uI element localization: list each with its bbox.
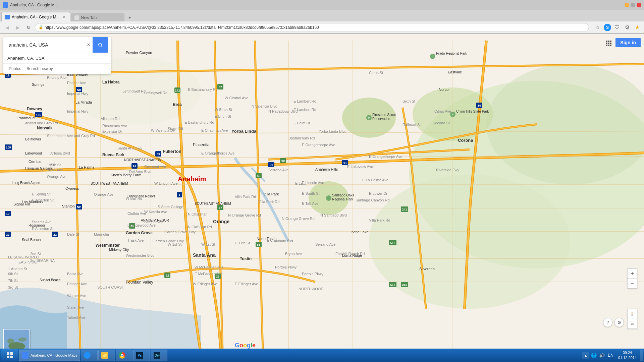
svg-text:N Valencia Blvd: N Valencia Blvd [252, 104, 277, 108]
svg-text:E Chapman Ave: E Chapman Ave [201, 128, 228, 132]
svg-text:7th St: 7th St [8, 279, 18, 283]
taskbar-ie-btn[interactable] [81, 350, 98, 361]
svg-text:Second St: Second St [433, 121, 450, 125]
svg-text:W Lincoln Ave: W Lincoln Ave [154, 181, 178, 185]
svg-text:Foothill Ranch Rd: Foothill Ranch Rd [335, 252, 365, 256]
svg-text:NORTHWEST ANAHEIM: NORTHWEST ANAHEIM [124, 158, 162, 162]
svg-rect-244 [606, 41, 607, 42]
inactive-tab[interactable]: New Tab [71, 13, 124, 21]
tools-icon[interactable]: ⚙ [623, 23, 631, 32]
svg-text:91: 91 [133, 165, 136, 168]
svg-text:Silverado: Silverado [419, 267, 435, 271]
svg-text:W Birch St: W Birch St [215, 108, 232, 112]
taskbar-active-app[interactable]: Anaheim, CA - Google Maps [19, 350, 80, 361]
svg-text:518: 518 [390, 283, 395, 287]
svg-text:518: 518 [390, 241, 395, 245]
svg-text:E Spring St: E Spring St [32, 192, 51, 196]
close-btn[interactable] [637, 3, 641, 7]
title-bar: Anaheim, CA - Google M... [0, 0, 644, 10]
svg-text:57: 57 [219, 206, 222, 209]
new-tab-btn[interactable]: + [126, 13, 134, 21]
svg-text:Santa Ana: Santa Ana [193, 252, 216, 258]
svg-text:Alicante Rd: Alicante Rd [101, 117, 119, 121]
svg-text:SOUTH COAST: SOUTH COAST [97, 285, 124, 289]
tray-show-desktop-icon[interactable] [640, 350, 643, 361]
svg-text:90: 90 [281, 159, 285, 163]
tray-volume-icon[interactable]: 🔊 [598, 352, 605, 359]
minimize-btn[interactable] [625, 3, 629, 7]
refresh-btn[interactable]: ↻ [24, 23, 33, 32]
svg-text:Stanton: Stanton [62, 204, 75, 208]
tray-network-icon[interactable]: 🌐 [590, 352, 597, 359]
svg-text:Edinger Ave: Edinger Ave [67, 282, 87, 286]
help-btn[interactable]: ? [603, 318, 612, 327]
svg-text:Downey: Downey [27, 107, 42, 111]
svg-text:W Central Ave: W Central Ave [225, 96, 248, 100]
svg-text:Shoemaker Ave and Gray Rd: Shoemaker Ave and Gray Rd [47, 134, 95, 138]
layers-btn[interactable]: ⧉ [627, 319, 637, 329]
back-btn[interactable]: ◀ [3, 23, 11, 32]
taskbar-dw-btn[interactable]: Dw [151, 350, 167, 361]
new-tab-icon [74, 15, 79, 20]
taskbar-ps-btn[interactable]: Ps [133, 350, 150, 361]
skype-icon[interactable]: S [604, 24, 611, 31]
svg-text:Sunset Beach: Sunset Beach [40, 278, 60, 282]
extension-icon[interactable]: ★ [633, 23, 641, 32]
svg-point-2 [369, 175, 570, 309]
tab-close-btn[interactable]: × [62, 15, 66, 19]
bookmark-star-icon[interactable]: ☆ [594, 23, 602, 32]
svg-text:P: P [452, 113, 453, 116]
active-tab[interactable]: Anaheim, CA - Google M... × [1, 12, 70, 21]
start-btn[interactable] [1, 349, 18, 361]
svg-text:Lampoc Ave: Lampoc Ave [144, 220, 164, 224]
browser-icon [3, 2, 8, 8]
taskbar-explorer-btn[interactable]: 📁 [98, 350, 115, 361]
chrome-icon [119, 352, 125, 359]
svg-text:Garden Grove: Garden Grove [126, 231, 153, 235]
svg-text:55: 55 [257, 243, 260, 246]
map-container[interactable]: Downey Norwalk Lakewood Paramount Bellfl… [0, 34, 644, 362]
svg-text:Eastvale: Eastvale [448, 70, 462, 74]
svg-text:Santiago Oaks: Santiago Oaks [332, 193, 354, 197]
svg-text:E Chapman Ave: E Chapman Ave [267, 238, 293, 242]
svg-text:3rd St: 3rd St [8, 285, 18, 289]
search-input[interactable] [6, 42, 85, 48]
grid-apps-btn[interactable] [603, 38, 614, 49]
zoom-out-btn[interactable]: − [627, 279, 637, 289]
svg-text:E Orangethorpe Ave: E Orangethorpe Ave [201, 151, 234, 155]
tray-notification-area[interactable]: ▲ [582, 352, 589, 359]
search-icon [97, 42, 103, 48]
pegman-btn[interactable]: 🚶 [627, 309, 637, 319]
svg-text:Reservation: Reservation [372, 117, 390, 121]
address-bar[interactable]: 🔒 https://www.google.com/maps/place/Anah… [35, 23, 589, 32]
svg-text:Villa Park: Villa Park [263, 192, 279, 196]
svg-text:Artesia Blvd: Artesia Blvd [50, 151, 70, 155]
svg-text:Talbert Ave: Talbert Ave [67, 315, 85, 319]
tray-datetime[interactable]: 09:24 01.12.2014 [616, 350, 639, 361]
taskbar-chrome-btn[interactable] [116, 350, 132, 361]
security-shield-icon[interactable]: 🛡 [613, 23, 621, 32]
maximize-btn[interactable] [631, 3, 635, 7]
zoom-in-btn[interactable]: + [627, 268, 637, 279]
svg-text:Serrano Ave: Serrano Ave [268, 168, 288, 172]
search-clear-btn[interactable]: × [85, 41, 93, 49]
taskbar-app-icon [22, 352, 29, 359]
settings-btn[interactable]: ⚙ [614, 318, 624, 327]
svg-text:Bellflower: Bellflower [25, 137, 41, 141]
forward-btn[interactable]: ▶ [13, 23, 22, 32]
svg-text:Steams Ave: Steams Ave [32, 220, 52, 224]
search-nearby-btn[interactable]: Search nearby [25, 66, 54, 72]
search-result-item[interactable]: Anaheim, CA, USA [3, 53, 111, 63]
svg-text:Midway City: Midway City [109, 248, 129, 252]
tab-bar: Anaheim, CA - Google M... × New Tab + [0, 10, 644, 21]
taskbar: Anaheim, CA - Google Maps 📁 Ps Dw ▲ 🌐 🔊 … [0, 349, 644, 362]
tray-language[interactable]: EN [606, 353, 615, 358]
signin-btn[interactable]: Sign in [615, 38, 641, 47]
svg-text:Regional Park: Regional Park [332, 197, 354, 201]
svg-text:Portola Pkwy: Portola Pkwy [275, 265, 297, 269]
tray-time: 09:24 [618, 350, 637, 355]
search-submit-btn[interactable] [93, 37, 108, 53]
photos-btn[interactable]: Photos [7, 66, 22, 72]
svg-rect-249 [610, 43, 611, 44]
svg-text:Leftingwell Rd: Leftingwell Rd [144, 91, 167, 95]
